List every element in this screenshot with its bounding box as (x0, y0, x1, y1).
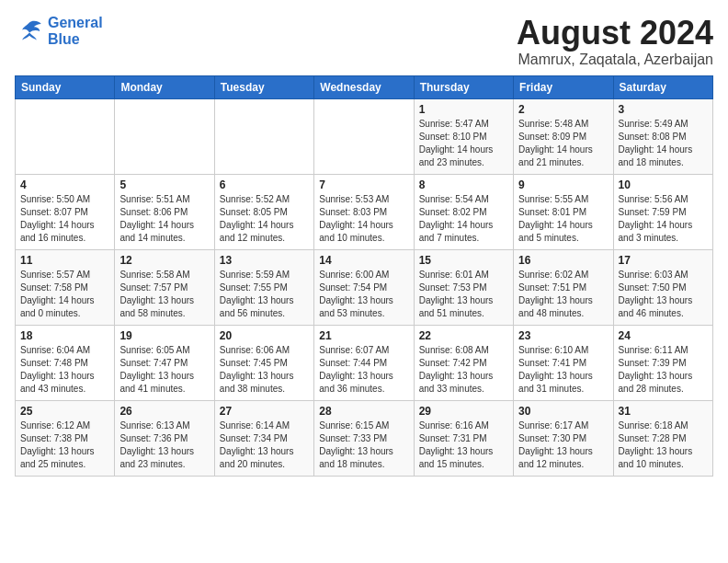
week-row-3: 11Sunrise: 5:57 AMSunset: 7:58 PMDayligh… (16, 249, 713, 325)
day-info: Sunrise: 6:16 AMSunset: 7:31 PMDaylight:… (419, 419, 508, 471)
weekday-header-monday: Monday (115, 75, 214, 98)
day-number: 26 (119, 405, 209, 418)
day-info: Sunrise: 6:08 AMSunset: 7:42 PMDaylight:… (419, 344, 508, 396)
weekday-header-wednesday: Wednesday (314, 75, 414, 98)
day-info: Sunrise: 5:57 AMSunset: 7:58 PMDaylight:… (20, 269, 109, 320)
day-info: Sunrise: 6:13 AMSunset: 7:36 PMDaylight:… (119, 419, 209, 471)
day-number: 24 (619, 329, 708, 342)
weekday-header-tuesday: Tuesday (214, 75, 313, 98)
calendar-cell: 6Sunrise: 5:52 AMSunset: 8:05 PMDaylight… (214, 174, 313, 249)
weekday-header-row: SundayMondayTuesdayWednesdayThursdayFrid… (16, 75, 713, 98)
calendar-cell: 22Sunrise: 6:08 AMSunset: 7:42 PMDayligh… (414, 325, 513, 400)
day-info: Sunrise: 6:02 AMSunset: 7:51 PMDaylight:… (518, 269, 608, 320)
calendar-cell: 30Sunrise: 6:17 AMSunset: 7:30 PMDayligh… (514, 400, 613, 476)
calendar-cell: 27Sunrise: 6:14 AMSunset: 7:34 PMDayligh… (214, 400, 313, 476)
calendar-cell: 10Sunrise: 5:56 AMSunset: 7:59 PMDayligh… (613, 174, 712, 249)
calendar-cell: 24Sunrise: 6:11 AMSunset: 7:39 PMDayligh… (613, 325, 712, 400)
day-info: Sunrise: 6:03 AMSunset: 7:50 PMDaylight:… (619, 269, 708, 320)
day-number: 6 (220, 178, 309, 191)
day-info: Sunrise: 6:15 AMSunset: 7:33 PMDaylight:… (319, 419, 408, 471)
day-info: Sunrise: 6:05 AMSunset: 7:47 PMDaylight:… (119, 344, 209, 396)
calendar-cell: 17Sunrise: 6:03 AMSunset: 7:50 PMDayligh… (613, 249, 712, 325)
day-info: Sunrise: 5:59 AMSunset: 7:55 PMDaylight:… (220, 269, 309, 320)
day-number: 19 (119, 329, 209, 342)
day-number: 18 (20, 329, 109, 342)
calendar-cell (214, 98, 313, 174)
calendar-cell: 28Sunrise: 6:15 AMSunset: 7:33 PMDayligh… (314, 400, 414, 476)
calendar-cell: 2Sunrise: 5:48 AMSunset: 8:09 PMDaylight… (514, 98, 613, 174)
day-number: 30 (518, 405, 608, 418)
calendar-cell: 26Sunrise: 6:13 AMSunset: 7:36 PMDayligh… (115, 400, 214, 476)
day-info: Sunrise: 5:53 AMSunset: 8:03 PMDaylight:… (319, 193, 408, 245)
day-number: 11 (20, 254, 109, 267)
weekday-header-saturday: Saturday (613, 75, 712, 98)
calendar-cell: 23Sunrise: 6:10 AMSunset: 7:41 PMDayligh… (514, 325, 613, 400)
calendar-cell: 1Sunrise: 5:47 AMSunset: 8:10 PMDaylight… (414, 98, 513, 174)
day-number: 5 (119, 178, 209, 191)
calendar-subtitle: Mamrux, Zaqatala, Azerbaijan (517, 52, 713, 68)
day-info: Sunrise: 6:10 AMSunset: 7:41 PMDaylight:… (518, 344, 608, 396)
calendar-cell: 5Sunrise: 5:51 AMSunset: 8:06 PMDaylight… (115, 174, 214, 249)
day-info: Sunrise: 5:54 AMSunset: 8:02 PMDaylight:… (419, 193, 508, 245)
calendar-cell: 31Sunrise: 6:18 AMSunset: 7:28 PMDayligh… (613, 400, 712, 476)
day-number: 4 (20, 178, 109, 191)
day-info: Sunrise: 6:07 AMSunset: 7:44 PMDaylight:… (319, 344, 408, 396)
calendar-cell: 12Sunrise: 5:58 AMSunset: 7:57 PMDayligh… (115, 249, 214, 325)
day-info: Sunrise: 5:47 AMSunset: 8:10 PMDaylight:… (419, 118, 508, 169)
day-number: 7 (319, 178, 408, 191)
calendar-cell: 14Sunrise: 6:00 AMSunset: 7:54 PMDayligh… (314, 249, 414, 325)
day-number: 15 (419, 254, 508, 267)
day-number: 17 (619, 254, 708, 267)
calendar-body: 1Sunrise: 5:47 AMSunset: 8:10 PMDaylight… (16, 98, 713, 476)
day-info: Sunrise: 6:04 AMSunset: 7:48 PMDaylight:… (20, 344, 109, 396)
day-info: Sunrise: 6:14 AMSunset: 7:34 PMDaylight:… (220, 419, 309, 471)
day-number: 3 (619, 103, 708, 116)
day-number: 22 (419, 329, 508, 342)
calendar-cell: 21Sunrise: 6:07 AMSunset: 7:44 PMDayligh… (314, 325, 414, 400)
calendar-cell: 4Sunrise: 5:50 AMSunset: 8:07 PMDaylight… (16, 174, 115, 249)
day-number: 2 (518, 103, 608, 116)
weekday-header-friday: Friday (514, 75, 613, 98)
calendar-cell: 16Sunrise: 6:02 AMSunset: 7:51 PMDayligh… (514, 249, 613, 325)
day-info: Sunrise: 5:55 AMSunset: 8:01 PMDaylight:… (518, 193, 608, 245)
logo-line2: Blue (48, 31, 103, 48)
calendar-cell (314, 98, 414, 174)
logo-bird-icon (15, 17, 44, 46)
day-number: 27 (220, 405, 309, 418)
day-info: Sunrise: 5:49 AMSunset: 8:08 PMDaylight:… (619, 118, 708, 169)
day-number: 13 (220, 254, 309, 267)
calendar-cell (16, 98, 115, 174)
day-number: 12 (119, 254, 209, 267)
calendar-cell (115, 98, 214, 174)
calendar-cell: 29Sunrise: 6:16 AMSunset: 7:31 PMDayligh… (414, 400, 513, 476)
day-info: Sunrise: 5:58 AMSunset: 7:57 PMDaylight:… (119, 269, 209, 320)
day-number: 31 (619, 405, 708, 418)
day-number: 8 (419, 178, 508, 191)
calendar-cell: 7Sunrise: 5:53 AMSunset: 8:03 PMDaylight… (314, 174, 414, 249)
day-number: 23 (518, 329, 608, 342)
calendar-table: SundayMondayTuesdayWednesdayThursdayFrid… (15, 75, 713, 477)
day-info: Sunrise: 5:48 AMSunset: 8:09 PMDaylight:… (518, 118, 608, 169)
day-info: Sunrise: 5:51 AMSunset: 8:06 PMDaylight:… (119, 193, 209, 245)
day-number: 28 (319, 405, 408, 418)
day-number: 14 (319, 254, 408, 267)
calendar-cell: 8Sunrise: 5:54 AMSunset: 8:02 PMDaylight… (414, 174, 513, 249)
week-row-2: 4Sunrise: 5:50 AMSunset: 8:07 PMDaylight… (16, 174, 713, 249)
day-number: 21 (319, 329, 408, 342)
week-row-4: 18Sunrise: 6:04 AMSunset: 7:48 PMDayligh… (16, 325, 713, 400)
calendar-cell: 18Sunrise: 6:04 AMSunset: 7:48 PMDayligh… (16, 325, 115, 400)
calendar-header: SundayMondayTuesdayWednesdayThursdayFrid… (16, 75, 713, 98)
calendar-cell: 15Sunrise: 6:01 AMSunset: 7:53 PMDayligh… (414, 249, 513, 325)
calendar-cell: 25Sunrise: 6:12 AMSunset: 7:38 PMDayligh… (16, 400, 115, 476)
day-info: Sunrise: 6:01 AMSunset: 7:53 PMDaylight:… (419, 269, 508, 320)
weekday-header-thursday: Thursday (414, 75, 513, 98)
day-number: 20 (220, 329, 309, 342)
day-info: Sunrise: 5:52 AMSunset: 8:05 PMDaylight:… (220, 193, 309, 245)
weekday-header-sunday: Sunday (16, 75, 115, 98)
calendar-title: August 2024 (517, 15, 713, 52)
page-header: General Blue August 2024 Mamrux, Zaqatal… (15, 15, 713, 68)
logo-line1: General (48, 15, 103, 31)
calendar-cell: 9Sunrise: 5:55 AMSunset: 8:01 PMDaylight… (514, 174, 613, 249)
day-number: 10 (619, 178, 708, 191)
day-number: 16 (518, 254, 608, 267)
